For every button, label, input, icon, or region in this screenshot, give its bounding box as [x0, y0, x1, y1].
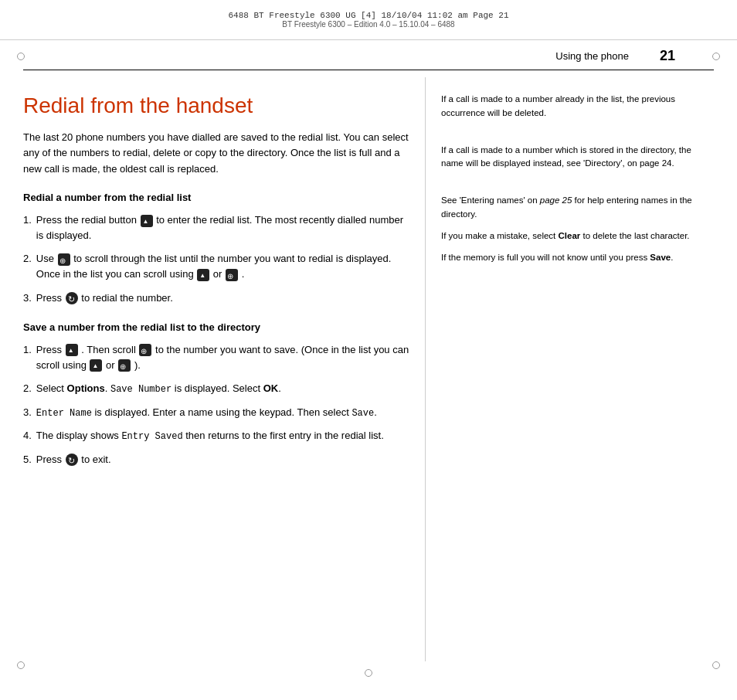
corner-mark-br	[712, 661, 720, 669]
step-text: Enter Name is displayed. Enter a name us…	[36, 405, 377, 421]
header-line1: 6488 BT Freestyle 6300 UG [4] 18/10/04 1…	[228, 11, 508, 20]
page-title: Using the phone	[555, 50, 629, 62]
step-1-2: 2. Use to scroll through the list until …	[23, 251, 409, 282]
step-1-3: 3. Press to redial the number.	[23, 291, 409, 306]
exit-icon	[66, 454, 78, 466]
redial-up-icon	[141, 215, 153, 227]
step-1-1: 1. Press the redial button to enter the …	[23, 212, 409, 243]
step-2-3: 3. Enter Name is displayed. Enter a name…	[23, 405, 409, 421]
enter-name-mono: Enter Name	[36, 408, 92, 419]
step-text: Press to redial the number.	[36, 291, 173, 306]
sidebar-note-2: If a call is made to a number which is s…	[441, 144, 714, 172]
step-2-4: 4. The display shows Entry Saved then re…	[23, 428, 409, 444]
step-num: 4.	[23, 428, 32, 443]
save-mono: Save	[352, 408, 374, 419]
corner-mark-tr	[712, 53, 720, 60]
step-text: Select Options. Save Number is displayed…	[36, 381, 281, 397]
step-num: 3.	[23, 405, 32, 420]
up3-icon	[90, 359, 102, 372]
step-text: Press to exit.	[36, 452, 111, 467]
sidebar-note-1: If a call is made to a number already in…	[441, 93, 714, 121]
step-text: Press . Then scroll to the number you wa…	[36, 342, 409, 373]
sidebar-note-3b: If you make a mistake, select Clear to d…	[441, 229, 714, 243]
step-num: 2.	[23, 251, 32, 267]
ok-label: OK	[263, 382, 279, 394]
sidebar-note-1-text: If a call is made to a number already in…	[441, 94, 675, 117]
page-number: 21	[660, 48, 675, 64]
bottom-center-mark	[365, 669, 372, 677]
content-area: Redial from the handset The last 20 phon…	[23, 77, 714, 661]
sidebar-note-2-text: If a call is made to a number which is s…	[441, 145, 691, 168]
save-number-mono: Save Number	[110, 384, 172, 395]
intro-text: The last 20 phone numbers you have diall…	[23, 130, 409, 178]
step-num: 5.	[23, 452, 32, 467]
step-2-1: 1. Press . Then scroll to the number you…	[23, 342, 409, 373]
page-header: 6488 BT Freestyle 6300 UG [4] 18/10/04 1…	[0, 0, 737, 40]
sidebar-note-3: See 'Entering names' on page 25 for help…	[441, 194, 714, 264]
steps-list-1: 1. Press the redial button to enter the …	[23, 212, 409, 306]
sub-heading-1: Redial a number from the redial list	[23, 192, 409, 203]
step-text: Press the redial button to enter the red…	[36, 212, 409, 243]
step-num: 3.	[23, 291, 32, 306]
corner-mark-tl	[17, 53, 25, 60]
scroll3-icon	[139, 344, 151, 356]
up-icon	[197, 269, 209, 281]
save-icon	[66, 344, 78, 356]
step-num: 2.	[23, 381, 32, 396]
options-label: Options	[67, 382, 105, 394]
section-title: Redial from the handset	[23, 93, 409, 119]
step-text: Use to scroll through the list until the…	[36, 251, 409, 282]
step-text: The display shows Entry Saved then retur…	[36, 428, 384, 444]
sidebar-note-3c: If the memory is full you will not know …	[441, 251, 714, 265]
sidebar-note-3a: See 'Entering names' on page 25 for help…	[441, 194, 714, 222]
step-2-5: 5. Press to exit.	[23, 452, 409, 467]
step-num: 1.	[23, 342, 32, 358]
down3-icon	[118, 359, 131, 372]
steps-list-2: 1. Press . Then scroll to the number you…	[23, 342, 409, 467]
page-divider	[23, 70, 714, 70]
scroll-icon	[58, 253, 70, 266]
left-column: Redial from the handset The last 20 phon…	[23, 77, 425, 661]
corner-mark-bl	[17, 661, 25, 669]
scroll2-icon	[226, 269, 238, 281]
step-num: 1.	[23, 212, 32, 228]
header-line2: BT Freestyle 6300 – Edition 4.0 – 15.10.…	[282, 20, 454, 29]
step-2-2: 2. Select Options. Save Number is displa…	[23, 381, 409, 397]
entry-saved-mono: Entry Saved	[121, 431, 182, 442]
page-number-area: Using the phone 21	[555, 48, 675, 64]
sidebar-notes: If a call is made to a number already in…	[425, 77, 714, 661]
sub-heading-2: Save a number from the redial list to th…	[23, 321, 409, 333]
redial-icon	[66, 292, 78, 304]
